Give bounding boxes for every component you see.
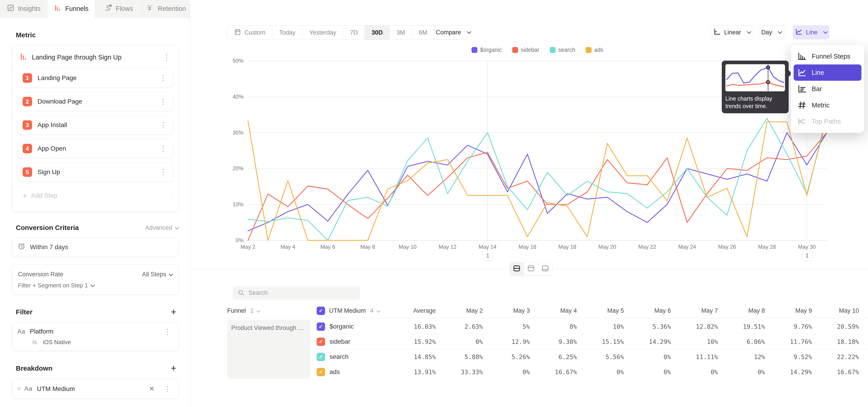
chart-type-dropdown[interactable]: Line [793,25,829,39]
funnel-cell[interactable]: Product Viewed through P... [227,320,310,379]
x-tick-label: May 28 [758,244,776,250]
step-kebab-icon[interactable]: ⋮ [158,121,168,129]
conversion-rate-dropdown[interactable]: All Steps [142,271,173,278]
add-breakdown-button[interactable]: + [170,364,176,373]
conversion-window-label: Within 7 days [30,244,68,251]
date-column-header-may-5[interactable]: May 5 [579,307,626,314]
date-column-header-may-7[interactable]: May 7 [673,307,720,314]
step-kebab-icon[interactable]: ⋮ [158,98,168,105]
tab-flows[interactable]: Flows [95,0,143,18]
legend-search[interactable]: search [550,46,575,53]
legend-ads[interactable]: ads [586,46,603,53]
menu-item-line[interactable]: Line [794,64,862,81]
step-kebab-icon[interactable]: ⋮ [158,74,168,82]
series-checkbox[interactable]: ✓ [317,338,325,346]
line-chart-icon [795,28,803,37]
drag-handle-icon[interactable]: ≡ [18,385,21,392]
chart-only-view-icon [527,264,535,273]
cell-value: 16.67% [814,369,861,376]
conversion-window-card[interactable]: Within 7 days [12,238,179,257]
range-7d[interactable]: 7D [343,26,365,39]
funnel-step-sign-up[interactable]: 5Sign Up⋮ [18,163,173,182]
conversion-criteria-heading: Conversion Criteria [16,224,79,231]
add-filter-button[interactable]: + [170,307,176,317]
funnel-step-app-open[interactable]: 4App Open⋮ [18,139,173,158]
funnel-kebab-icon[interactable]: ⋮ [161,54,172,61]
date-column-header-may-4[interactable]: May 4 [532,307,579,314]
annotation-badge-may-14[interactable]: 1 [483,250,493,261]
cell-value: 2.63% [438,323,485,330]
tab-retention[interactable]: Retention [143,0,190,18]
cell-value: 6.06% [720,338,767,345]
annotation-badge-may-30[interactable]: 1 [802,250,812,261]
select-all-checkbox[interactable]: ✓ [317,307,325,315]
range-yesterday[interactable]: Yesterday [303,26,343,39]
cell-value: 6.25% [532,353,579,361]
series-line-search [248,118,827,240]
menu-item-funnel-steps[interactable]: Funnel Steps [794,48,862,64]
menu-item-bar[interactable]: Bar [794,81,862,97]
date-column-header-may-10[interactable]: May 10 [814,307,861,314]
filter-heading: Filter [16,308,32,316]
x-tick-label: May 26 [718,244,736,250]
app-tabbar: InsightsFunnelsFlowsRetention [0,0,190,18]
legend-sidebar[interactable]: sidebar [512,46,539,53]
date-column-header-may-6[interactable]: May 6 [626,307,673,314]
advanced-dropdown[interactable]: Advanced [145,224,179,231]
tab-funnels[interactable]: Funnels [48,0,95,18]
date-column-header-may-9[interactable]: May 9 [767,307,814,314]
average-value: 13.91% [386,369,438,376]
filter-property[interactable]: Platform [30,328,158,335]
compare-button[interactable]: Compare [435,25,471,39]
series-checkbox[interactable]: ✓ [317,368,325,376]
series-checkbox[interactable]: ✓ [317,322,325,331]
breakdown-property[interactable]: UTM Medium [37,385,141,393]
retention-icon [147,4,154,13]
funnel-step-download-page[interactable]: 2Download Page⋮ [18,92,173,111]
y-tick-label: 10% [190,201,243,208]
step-number-badge: 4 [23,144,32,153]
metric-icon [797,100,807,110]
step-kebab-icon[interactable]: ⋮ [158,168,168,176]
range-30d[interactable]: 30D [365,26,390,39]
date-column-header-may-8[interactable]: May 8 [720,307,767,314]
split-view-button[interactable] [510,262,524,275]
chart-only-view-button[interactable] [524,262,538,275]
average-value: 14.85% [386,353,438,361]
date-column-header-may-3[interactable]: May 3 [485,307,532,314]
interval-dropdown[interactable]: Day [759,25,784,39]
date-column-header-may-2[interactable]: May 2 [438,307,485,314]
range-3m[interactable]: 3M [390,26,412,39]
range-6m[interactable]: 6M [412,26,434,39]
add-step-button[interactable]: + Add Step [18,186,173,205]
query-sidebar: Metric Landing Page through Sign Up ⋮ 1L… [0,18,190,407]
cell-value: 0% [485,369,532,376]
legend-organic[interactable]: $organic [471,46,502,53]
funnel-step-app-install[interactable]: 3App Install⋮ [18,116,173,134]
search-input[interactable] [248,289,355,296]
table-only-view-button[interactable] [538,262,552,275]
table-row-sidebar: ✓sidebar15.92%0%12.9%9.38%15.15%14.29%10… [310,334,868,349]
funnel-step-landing-page[interactable]: 1Landing Page⋮ [18,68,173,88]
funnel-column-header[interactable]: Funnel 1 [227,307,310,314]
step-kebab-icon[interactable]: ⋮ [158,145,168,152]
breakdown-column-header[interactable]: ✓ UTM Medium 4 [310,307,386,315]
x-tick-label: May 14 [478,244,496,250]
menu-item-top-paths: Top Paths [794,113,862,130]
filter-kebab-icon[interactable]: ⋮ [162,328,173,335]
series-checkbox[interactable]: ✓ [317,353,325,361]
breakdown-kebab-icon[interactable]: ⋮ [162,385,173,393]
legend-swatch [586,47,592,53]
filter-condition[interactable]: IsiOS Native [32,339,173,346]
range-today[interactable]: Today [272,26,303,39]
y-axis-labels: 0%10%20%30%40%50% [190,61,243,240]
average-column-header[interactable]: Average [386,307,438,314]
x-tick-label: May 6 [320,244,335,250]
remove-breakdown-icon[interactable]: ✕ [146,385,158,393]
filter-segment-dropdown[interactable]: Filter + Segment on Step 1 [18,280,173,290]
range-custom[interactable]: Custom [227,26,272,39]
funnels-icon [54,4,61,13]
scale-dropdown[interactable]: Linear [710,25,754,39]
menu-item-metric[interactable]: Metric [794,97,862,113]
tab-insights[interactable]: Insights [0,0,48,18]
